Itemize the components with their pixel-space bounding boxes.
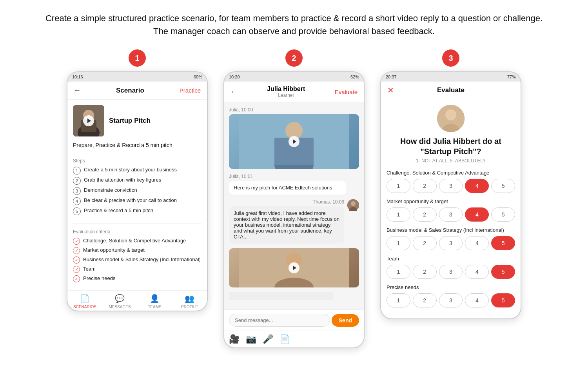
evaluate-content: How did Julia Hibbert do at "Startup Pit… [381, 99, 521, 318]
eval-question: How did Julia Hibbert do at "Startup Pit… [387, 136, 515, 156]
rating-pill-1-5[interactable]: 5 [491, 207, 515, 222]
step-3-text: Demonstrate conviction [84, 187, 137, 193]
chat-toolbar: 🎥 📷 🎤 📄 [224, 331, 364, 347]
video-record-icon[interactable]: 🎥 [229, 334, 240, 344]
rating-label-4: Precise needs [387, 284, 515, 290]
nav-scenarios[interactable]: 📄 SCENARIOS [67, 294, 102, 309]
eval-text-2: Market opportunity & target [83, 247, 145, 253]
scenario-description: Prepare, Practice & Record a 5 min pitch [73, 142, 201, 153]
rating-pill-2-2[interactable]: 2 [413, 236, 437, 250]
pdf-icon[interactable]: 📄 [279, 334, 290, 344]
msg1-sender: Julia, 10:00 [229, 107, 359, 113]
nav-scenarios-label: SCENARIOS [73, 305, 96, 309]
nav-messages[interactable]: 💬 MESSAGES [102, 294, 137, 309]
rating-pill-2-3[interactable]: 3 [439, 236, 463, 250]
step-5: 5Practice & record a 5 min pitch [73, 207, 201, 215]
chat-input-row: Send [224, 309, 364, 331]
evaluate-button[interactable]: Evaluate [335, 89, 358, 95]
rating-pill-1-1[interactable]: 1 [387, 207, 410, 222]
rating-pill-3-3[interactable]: 3 [439, 265, 463, 279]
camera-icon[interactable]: 📷 [246, 334, 256, 344]
nav-teams-label: TEAMS [148, 305, 161, 309]
rating-pill-4-1[interactable]: 1 [387, 293, 410, 307]
nav-profile-label: PROFILE [181, 305, 198, 309]
eval-label: Evaluation criteria [73, 229, 201, 235]
send-button[interactable]: Send [332, 314, 359, 327]
eval-text-1: Challenge, Solution & Competitive Advant… [83, 238, 186, 244]
step-badge-3: 3 [442, 49, 459, 67]
play-btn-2[interactable] [289, 136, 299, 147]
msg2-text: Here is my pitch for ACME Edtech solutio… [229, 181, 346, 195]
rating-pill-0-5[interactable]: 5 [491, 179, 515, 193]
rating-pill-0-2[interactable]: 2 [413, 179, 437, 193]
phone2-status-bar: 10:20 62% [224, 72, 364, 82]
phone3-time: 20:37 [386, 75, 397, 79]
msg3-content: Thomas, 10:06 Julia great first video, I… [229, 199, 344, 244]
rating-pill-1-2[interactable]: 2 [413, 207, 437, 222]
phone1: 10:16 60% ← Scenario Practice [67, 71, 208, 311]
rating-pill-4-4[interactable]: 4 [465, 293, 489, 307]
phone1-header-title: Scenario [116, 87, 144, 95]
steps-list: 1Create a 5 min story about your busines… [73, 167, 201, 224]
rating-pill-2-5[interactable]: 5 [491, 236, 515, 250]
step-num-1: 1 [73, 167, 81, 175]
eval-item-5: ✓Precise needs [73, 275, 201, 282]
check-icon-4: ✓ [73, 266, 80, 273]
play-button[interactable] [83, 115, 94, 126]
phone3-wrapper: 3 20:37 77% ✕ Evaluate How did Julia Hib… [380, 49, 521, 319]
rating-pill-0-4[interactable]: 4 [465, 179, 489, 193]
phone2-wrapper: 2 10:20 62% ← Julia Hibbert Learner Eval… [223, 49, 365, 348]
rating-section-2: Business model & Sales Strategy (Incl In… [387, 227, 515, 250]
phone1-practice-button[interactable]: Practice [180, 87, 201, 94]
chat-input[interactable] [229, 314, 330, 327]
rating-pill-0-1[interactable]: 1 [387, 179, 410, 193]
rating-pill-2-4[interactable]: 4 [465, 236, 489, 250]
rating-pill-4-5[interactable]: 5 [491, 293, 515, 307]
rating-pill-3-4[interactable]: 4 [465, 265, 489, 279]
nav-teams[interactable]: 👤 TEAMS [137, 294, 172, 309]
play-btn-3[interactable] [289, 262, 299, 273]
rating-pill-3-2[interactable]: 2 [413, 265, 437, 279]
chat-msg-3: Thomas, 10:06 Julia great first video, I… [229, 199, 359, 244]
nav-profile[interactable]: 👥 PROFILE [172, 294, 207, 309]
thomas-video[interactable] [229, 248, 359, 287]
back-arrow-icon[interactable]: ← [74, 86, 81, 95]
rating-pill-3-1[interactable]: 1 [387, 265, 410, 279]
step-3: 3Demonstrate conviction [73, 187, 201, 195]
play-icon-2 [293, 139, 296, 144]
rating-pill-4-2[interactable]: 2 [413, 293, 437, 307]
rating-label-2: Business model & Sales Strategy (Incl In… [387, 227, 515, 233]
rating-label-0: Challenge, Solution & Competitive Advant… [387, 170, 515, 176]
mic-icon[interactable]: 🎤 [263, 334, 273, 344]
chat-back-arrow[interactable]: ← [230, 88, 238, 96]
phones-container: 1 10:16 60% ← Scenario Practice [8, 49, 580, 348]
rating-pill-1-4[interactable]: 4 [465, 207, 489, 222]
step-num-2: 2 [73, 177, 81, 185]
rating-pill-0-3[interactable]: 3 [439, 179, 463, 193]
scenario-title: Startup Pitch [109, 117, 151, 125]
phone1-status-bar: 10:16 60% [67, 72, 207, 82]
rating-label-3: Team [387, 256, 515, 262]
eval-subtext: 1- NOT AT ALL, 5- ABSOLUTELY [387, 158, 515, 164]
msg5-partial [229, 292, 333, 300]
close-button[interactable]: ✕ [387, 85, 394, 95]
rating-pill-3-5[interactable]: 5 [491, 265, 515, 279]
phone1-battery: 60% [194, 75, 202, 79]
step-badge-2: 2 [285, 49, 303, 67]
scenario-video-thumb[interactable] [73, 105, 104, 136]
rating-pill-1-3[interactable]: 3 [439, 207, 463, 222]
evaluate-header: ✕ Evaluate [381, 82, 521, 99]
msg1-video[interactable] [229, 114, 359, 169]
rating-row-2: 12345 [387, 236, 515, 250]
julia-eval-avatar [437, 105, 465, 132]
rating-section-4: Precise needs12345 [387, 284, 515, 307]
msg3-row: Thomas, 10:06 Julia great first video, I… [229, 199, 359, 244]
msg2-sender: Julia, 10:01 [229, 174, 359, 179]
play-icon [87, 118, 91, 123]
teams-icon: 👤 [150, 294, 160, 303]
check-icon-2: ✓ [73, 247, 80, 254]
steps-label: Steps [73, 158, 201, 164]
rating-pill-4-3[interactable]: 3 [439, 293, 463, 307]
julia-avatar-svg [437, 105, 465, 132]
rating-pill-2-1[interactable]: 1 [387, 236, 410, 250]
